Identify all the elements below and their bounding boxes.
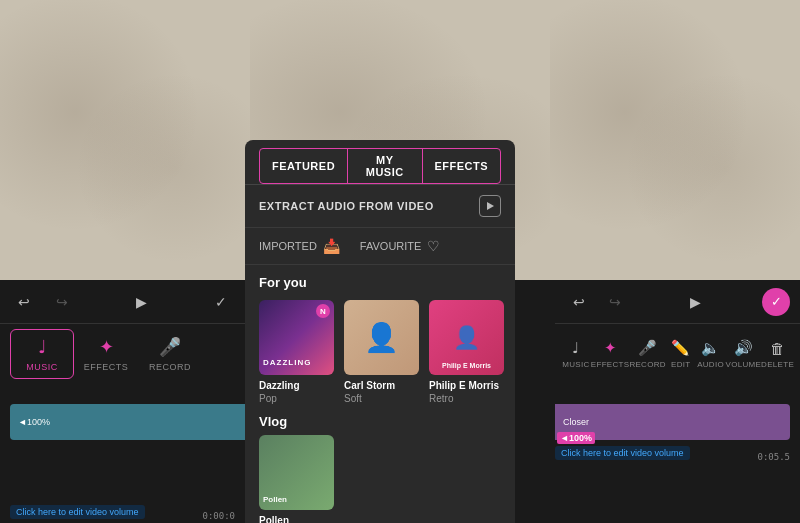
vlog-label: Vlog [259, 414, 501, 429]
vlog-section: Vlog Pollen Pollen [245, 414, 515, 523]
play-button-left[interactable]: ▶ [128, 288, 156, 316]
track-indicator: ◄100% [557, 432, 595, 444]
for-you-label: For you [245, 265, 515, 296]
volume-label: VOLUME [726, 360, 762, 369]
left-video-track[interactable]: ◄100% [10, 404, 245, 440]
philip-text: Philip E Morris [433, 362, 500, 369]
philip-thumb: 👤 Philip E Morris [429, 300, 504, 375]
pollen-thumb: Pollen [259, 435, 334, 510]
delete-tool[interactable]: 🗑 DELETE [761, 336, 794, 373]
audio-tool[interactable]: 🔈 AUDIO [696, 335, 726, 373]
person-icon: 👤 [364, 321, 399, 354]
right-video-panel [550, 0, 800, 280]
vlog-cards: Pollen Pollen [259, 435, 501, 523]
new-badge: N [316, 304, 330, 318]
music-label-r: MUSIC [562, 360, 589, 369]
left-tools: ♩ MUSIC ✦ EFFECTS 🎤 RECORD [0, 324, 245, 384]
music-cards: DAZZLING N Dazzling Pop 👤 Carl Storm Sof… [245, 296, 515, 414]
person-icon-2: 👤 [453, 325, 480, 351]
right-tools: ♩ MUSIC ✦ EFFECTS 🎤 RECORD ✏️ EDIT 🔈 AUD… [555, 324, 800, 384]
extract-play-button[interactable] [479, 195, 501, 217]
left-bottom-panel: ↩ ↪ ▶ ✓ ♩ MUSIC ✦ EFFECTS 🎤 RECORD ◄100%… [0, 280, 245, 523]
record-tool-left[interactable]: 🎤 RECORD [138, 330, 202, 378]
favourite-label: FAVOURITE [360, 240, 422, 252]
carl-title: Carl Storm [344, 380, 419, 391]
delete-icon: 🗑 [770, 340, 785, 357]
right-timeline: Closer Click here to edit video volume 0… [555, 384, 800, 464]
filter-row: IMPORTED 📥 FAVOURITE ♡ [245, 228, 515, 265]
right-bottom-panel: ↩ ↪ ▶ ✓ ♩ MUSIC ✦ EFFECTS 🎤 RECORD ✏️ ED… [555, 280, 800, 523]
delete-label: DELETE [761, 360, 794, 369]
tab-my-music[interactable]: MY MUSIC [348, 149, 422, 183]
left-video-panel [0, 0, 250, 280]
left-track-hint[interactable]: Click here to edit video volume [10, 505, 145, 519]
extract-audio-row[interactable]: EXTRACT AUDIO FROM VIDEO [245, 185, 515, 228]
effects-tool-left[interactable]: ✦ EFFECTS [74, 330, 138, 378]
effects-label: EFFECTS [84, 362, 129, 372]
philip-genre: Retro [429, 393, 504, 404]
dazzling-text: DAZZLING [263, 358, 311, 367]
tab-featured[interactable]: FEATURED [260, 149, 347, 183]
play-button-right[interactable]: ▶ [682, 288, 710, 316]
dazzling-title: Dazzling [259, 380, 334, 391]
record-label: RECORD [149, 362, 191, 372]
favourite-filter[interactable]: FAVOURITE ♡ [360, 238, 441, 254]
left-timeline: ◄100% Click here to edit video volume 0:… [0, 384, 245, 523]
tabs-inner: FEATURED MY MUSIC EFFECTS [259, 148, 501, 184]
audio-icon: 🔈 [701, 339, 720, 357]
pollen-text: Pollen [263, 495, 287, 504]
dazzling-thumb: DAZZLING N [259, 300, 334, 375]
imported-filter[interactable]: IMPORTED 📥 [259, 238, 340, 254]
music-icon: ♩ [38, 336, 46, 358]
imported-label: IMPORTED [259, 240, 317, 252]
effects-label-r: EFFECTS [591, 360, 630, 369]
music-panel: FEATURED MY MUSIC EFFECTS EXTRACT AUDIO … [245, 140, 515, 523]
carl-genre: Soft [344, 393, 419, 404]
music-label: MUSIC [26, 362, 58, 372]
play-icon [485, 201, 495, 211]
left-track-percent: ◄100% [18, 417, 50, 427]
tab-effects[interactable]: EFFECTS [422, 149, 500, 183]
edit-label: EDIT [671, 360, 690, 369]
dazzling-genre: Pop [259, 393, 334, 404]
record-label-r: RECORD [629, 360, 665, 369]
effects-tool-right[interactable]: ✦ EFFECTS [591, 335, 630, 373]
right-track-hint[interactable]: Click here to edit video volume [555, 446, 690, 460]
volume-tool[interactable]: 🔊 VOLUME [726, 335, 762, 373]
check-button-right[interactable]: ✓ [762, 288, 790, 316]
tabs-wrapper: FEATURED MY MUSIC EFFECTS [245, 140, 515, 185]
audio-label: AUDIO [697, 360, 724, 369]
import-icon: 📥 [323, 238, 340, 254]
music-tool-left[interactable]: ♩ MUSIC [10, 329, 74, 379]
carl-thumb: 👤 [344, 300, 419, 375]
svg-marker-0 [487, 202, 494, 210]
redo-button[interactable]: ↪ [48, 288, 76, 316]
right-controls: ↩ ↪ ▶ ✓ [555, 280, 800, 324]
undo-button-right[interactable]: ↩ [565, 288, 593, 316]
music-tool-right[interactable]: ♩ MUSIC [561, 335, 591, 373]
extract-audio-label: EXTRACT AUDIO FROM VIDEO [259, 200, 434, 212]
edit-tool[interactable]: ✏️ EDIT [666, 335, 696, 373]
effects-icon: ✦ [99, 336, 114, 358]
music-card-dazzling[interactable]: DAZZLING N Dazzling Pop [259, 300, 334, 404]
record-icon-r: 🎤 [638, 339, 657, 357]
left-timestamp: 0:00:0 [202, 511, 235, 521]
check-button-left[interactable]: ✓ [207, 288, 235, 316]
heart-icon: ♡ [427, 238, 440, 254]
music-card-carl[interactable]: 👤 Carl Storm Soft [344, 300, 419, 404]
record-icon: 🎤 [159, 336, 181, 358]
left-controls: ↩ ↪ ▶ ✓ [0, 280, 245, 324]
philip-title: Philip E Morris [429, 380, 504, 391]
effects-icon-r: ✦ [604, 339, 617, 357]
undo-button[interactable]: ↩ [10, 288, 38, 316]
volume-icon: 🔊 [734, 339, 753, 357]
pollen-card[interactable]: Pollen Pollen [259, 435, 334, 523]
redo-button-right[interactable]: ↪ [601, 288, 629, 316]
record-tool-right[interactable]: 🎤 RECORD [629, 335, 665, 373]
edit-icon: ✏️ [671, 339, 690, 357]
music-card-philip[interactable]: 👤 Philip E Morris Philip E Morris Retro [429, 300, 504, 404]
right-track-name: Closer [563, 417, 589, 427]
right-timestamp: 0:05.5 [757, 452, 790, 462]
pollen-title: Pollen [259, 515, 334, 523]
music-icon-r: ♩ [572, 339, 579, 357]
